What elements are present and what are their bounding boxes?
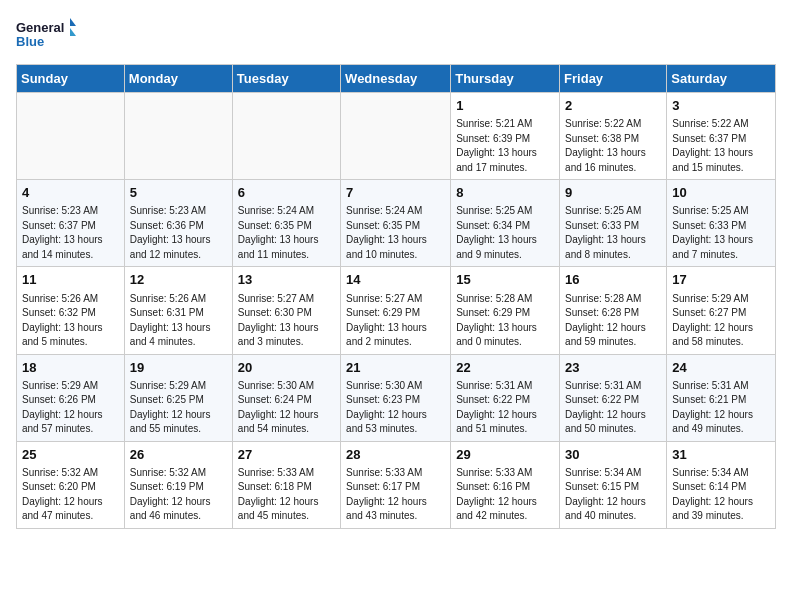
weekday-header-row: SundayMondayTuesdayWednesdayThursdayFrid… — [17, 65, 776, 93]
day-info: Sunrise: 5:33 AM Sunset: 6:18 PM Dayligh… — [238, 466, 335, 524]
day-number: 9 — [565, 184, 661, 202]
day-number: 14 — [346, 271, 445, 289]
day-info: Sunrise: 5:30 AM Sunset: 6:24 PM Dayligh… — [238, 379, 335, 437]
day-info: Sunrise: 5:22 AM Sunset: 6:37 PM Dayligh… — [672, 117, 770, 175]
svg-marker-3 — [70, 28, 76, 36]
calendar-cell — [341, 93, 451, 180]
weekday-header-tuesday: Tuesday — [232, 65, 340, 93]
day-number: 8 — [456, 184, 554, 202]
weekday-header-wednesday: Wednesday — [341, 65, 451, 93]
day-number: 1 — [456, 97, 554, 115]
day-info: Sunrise: 5:32 AM Sunset: 6:19 PM Dayligh… — [130, 466, 227, 524]
calendar-cell — [232, 93, 340, 180]
calendar-cell: 15Sunrise: 5:28 AM Sunset: 6:29 PM Dayli… — [451, 267, 560, 354]
calendar-week-4: 18Sunrise: 5:29 AM Sunset: 6:26 PM Dayli… — [17, 354, 776, 441]
calendar-cell: 24Sunrise: 5:31 AM Sunset: 6:21 PM Dayli… — [667, 354, 776, 441]
calendar-cell: 3Sunrise: 5:22 AM Sunset: 6:37 PM Daylig… — [667, 93, 776, 180]
day-info: Sunrise: 5:31 AM Sunset: 6:21 PM Dayligh… — [672, 379, 770, 437]
calendar-cell: 1Sunrise: 5:21 AM Sunset: 6:39 PM Daylig… — [451, 93, 560, 180]
day-info: Sunrise: 5:34 AM Sunset: 6:14 PM Dayligh… — [672, 466, 770, 524]
calendar-cell: 5Sunrise: 5:23 AM Sunset: 6:36 PM Daylig… — [124, 180, 232, 267]
calendar-cell: 4Sunrise: 5:23 AM Sunset: 6:37 PM Daylig… — [17, 180, 125, 267]
day-number: 7 — [346, 184, 445, 202]
svg-text:Blue: Blue — [16, 34, 44, 49]
day-info: Sunrise: 5:21 AM Sunset: 6:39 PM Dayligh… — [456, 117, 554, 175]
day-info: Sunrise: 5:30 AM Sunset: 6:23 PM Dayligh… — [346, 379, 445, 437]
day-info: Sunrise: 5:29 AM Sunset: 6:26 PM Dayligh… — [22, 379, 119, 437]
calendar-cell: 27Sunrise: 5:33 AM Sunset: 6:18 PM Dayli… — [232, 441, 340, 528]
day-info: Sunrise: 5:24 AM Sunset: 6:35 PM Dayligh… — [238, 204, 335, 262]
weekday-header-thursday: Thursday — [451, 65, 560, 93]
day-info: Sunrise: 5:33 AM Sunset: 6:17 PM Dayligh… — [346, 466, 445, 524]
calendar-cell: 2Sunrise: 5:22 AM Sunset: 6:38 PM Daylig… — [560, 93, 667, 180]
day-number: 25 — [22, 446, 119, 464]
day-number: 30 — [565, 446, 661, 464]
day-info: Sunrise: 5:25 AM Sunset: 6:33 PM Dayligh… — [672, 204, 770, 262]
calendar-week-2: 4Sunrise: 5:23 AM Sunset: 6:37 PM Daylig… — [17, 180, 776, 267]
logo: General Blue — [16, 16, 76, 52]
calendar-cell: 19Sunrise: 5:29 AM Sunset: 6:25 PM Dayli… — [124, 354, 232, 441]
calendar-week-1: 1Sunrise: 5:21 AM Sunset: 6:39 PM Daylig… — [17, 93, 776, 180]
day-number: 5 — [130, 184, 227, 202]
page-header: General Blue — [16, 16, 776, 52]
calendar-cell: 30Sunrise: 5:34 AM Sunset: 6:15 PM Dayli… — [560, 441, 667, 528]
calendar-cell: 7Sunrise: 5:24 AM Sunset: 6:35 PM Daylig… — [341, 180, 451, 267]
calendar-cell: 14Sunrise: 5:27 AM Sunset: 6:29 PM Dayli… — [341, 267, 451, 354]
calendar-cell: 6Sunrise: 5:24 AM Sunset: 6:35 PM Daylig… — [232, 180, 340, 267]
day-number: 26 — [130, 446, 227, 464]
day-number: 24 — [672, 359, 770, 377]
day-info: Sunrise: 5:27 AM Sunset: 6:29 PM Dayligh… — [346, 292, 445, 350]
day-number: 29 — [456, 446, 554, 464]
weekday-header-monday: Monday — [124, 65, 232, 93]
day-number: 18 — [22, 359, 119, 377]
weekday-header-sunday: Sunday — [17, 65, 125, 93]
calendar-cell: 26Sunrise: 5:32 AM Sunset: 6:19 PM Dayli… — [124, 441, 232, 528]
day-info: Sunrise: 5:26 AM Sunset: 6:31 PM Dayligh… — [130, 292, 227, 350]
day-number: 23 — [565, 359, 661, 377]
calendar-cell: 25Sunrise: 5:32 AM Sunset: 6:20 PM Dayli… — [17, 441, 125, 528]
calendar-cell: 28Sunrise: 5:33 AM Sunset: 6:17 PM Dayli… — [341, 441, 451, 528]
svg-marker-2 — [70, 18, 76, 26]
day-number: 10 — [672, 184, 770, 202]
day-info: Sunrise: 5:31 AM Sunset: 6:22 PM Dayligh… — [565, 379, 661, 437]
calendar-cell: 22Sunrise: 5:31 AM Sunset: 6:22 PM Dayli… — [451, 354, 560, 441]
day-number: 31 — [672, 446, 770, 464]
calendar-week-5: 25Sunrise: 5:32 AM Sunset: 6:20 PM Dayli… — [17, 441, 776, 528]
calendar-cell: 13Sunrise: 5:27 AM Sunset: 6:30 PM Dayli… — [232, 267, 340, 354]
day-number: 22 — [456, 359, 554, 377]
day-number: 16 — [565, 271, 661, 289]
calendar-cell: 12Sunrise: 5:26 AM Sunset: 6:31 PM Dayli… — [124, 267, 232, 354]
calendar-cell: 11Sunrise: 5:26 AM Sunset: 6:32 PM Dayli… — [17, 267, 125, 354]
day-number: 15 — [456, 271, 554, 289]
weekday-header-friday: Friday — [560, 65, 667, 93]
day-info: Sunrise: 5:34 AM Sunset: 6:15 PM Dayligh… — [565, 466, 661, 524]
day-number: 21 — [346, 359, 445, 377]
day-info: Sunrise: 5:28 AM Sunset: 6:28 PM Dayligh… — [565, 292, 661, 350]
calendar-cell — [124, 93, 232, 180]
logo-svg: General Blue — [16, 16, 76, 52]
day-info: Sunrise: 5:25 AM Sunset: 6:34 PM Dayligh… — [456, 204, 554, 262]
day-info: Sunrise: 5:22 AM Sunset: 6:38 PM Dayligh… — [565, 117, 661, 175]
day-info: Sunrise: 5:32 AM Sunset: 6:20 PM Dayligh… — [22, 466, 119, 524]
calendar-cell: 17Sunrise: 5:29 AM Sunset: 6:27 PM Dayli… — [667, 267, 776, 354]
calendar-cell — [17, 93, 125, 180]
day-info: Sunrise: 5:27 AM Sunset: 6:30 PM Dayligh… — [238, 292, 335, 350]
day-number: 12 — [130, 271, 227, 289]
day-number: 2 — [565, 97, 661, 115]
day-info: Sunrise: 5:29 AM Sunset: 6:27 PM Dayligh… — [672, 292, 770, 350]
day-info: Sunrise: 5:33 AM Sunset: 6:16 PM Dayligh… — [456, 466, 554, 524]
calendar-cell: 10Sunrise: 5:25 AM Sunset: 6:33 PM Dayli… — [667, 180, 776, 267]
weekday-header-saturday: Saturday — [667, 65, 776, 93]
day-info: Sunrise: 5:28 AM Sunset: 6:29 PM Dayligh… — [456, 292, 554, 350]
day-number: 4 — [22, 184, 119, 202]
day-number: 6 — [238, 184, 335, 202]
day-info: Sunrise: 5:31 AM Sunset: 6:22 PM Dayligh… — [456, 379, 554, 437]
day-number: 19 — [130, 359, 227, 377]
day-info: Sunrise: 5:23 AM Sunset: 6:37 PM Dayligh… — [22, 204, 119, 262]
calendar-cell: 18Sunrise: 5:29 AM Sunset: 6:26 PM Dayli… — [17, 354, 125, 441]
day-info: Sunrise: 5:25 AM Sunset: 6:33 PM Dayligh… — [565, 204, 661, 262]
day-number: 20 — [238, 359, 335, 377]
day-number: 3 — [672, 97, 770, 115]
day-number: 11 — [22, 271, 119, 289]
calendar-cell: 23Sunrise: 5:31 AM Sunset: 6:22 PM Dayli… — [560, 354, 667, 441]
